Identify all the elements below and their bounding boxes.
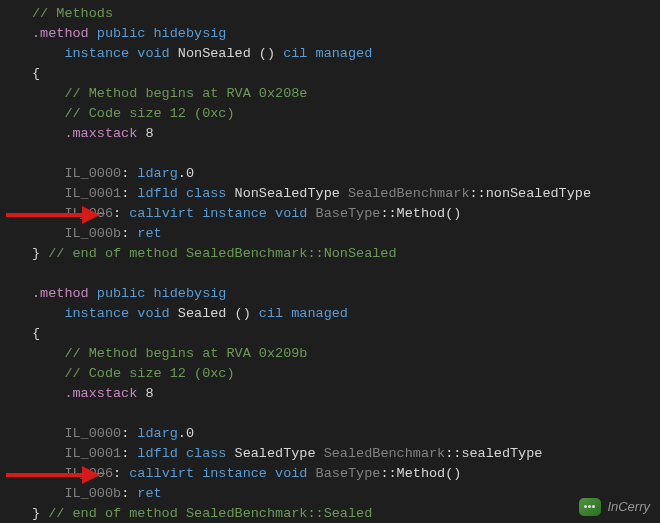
code-line: IL_006: callvirt instance void BaseType:…: [32, 204, 660, 224]
code-token: SealedType: [235, 446, 324, 461]
code-token: // Method begins at RVA 0x208e: [64, 86, 307, 101]
code-line: // Method begins at RVA 0x208e: [32, 84, 660, 104]
code-token: :: [121, 166, 137, 181]
code-token: [32, 226, 64, 241]
code-viewer: // Methods.method public hidebysig insta…: [0, 0, 660, 523]
code-token: :: [121, 486, 137, 501]
code-line: {: [32, 324, 660, 344]
code-token: 6: [105, 466, 113, 481]
code-token: ::Method(): [380, 466, 461, 481]
watermark: InCerry: [579, 497, 650, 517]
code-token: ldarg: [137, 166, 178, 181]
code-token: ret: [137, 486, 161, 501]
code-token: IL_0001: [64, 446, 121, 461]
code-token: ldarg: [137, 426, 178, 441]
code-token: [32, 306, 64, 321]
code-token: IL_0000: [64, 426, 121, 441]
code-line: } // end of method SealedBenchmark::Seal…: [32, 504, 660, 523]
code-token: .method: [32, 26, 97, 41]
code-token: :: [121, 186, 137, 201]
code-line: [32, 264, 660, 284]
code-token: [32, 486, 64, 501]
code-line: instance void Sealed () cil managed: [32, 304, 660, 324]
code-token: // Code size 12 (0xc): [64, 366, 234, 381]
code-line: // Code size 12 (0xc): [32, 104, 660, 124]
code-token: .method: [32, 286, 97, 301]
annotation-arrow: [6, 468, 100, 482]
annotation-arrow: [6, 208, 100, 222]
code-token: instance void: [64, 306, 177, 321]
code-line: IL_0001: ldfld class NonSealedType Seale…: [32, 184, 660, 204]
code-line: // Code size 12 (0xc): [32, 364, 660, 384]
code-line: IL_0001: ldfld class SealedType SealedBe…: [32, 444, 660, 464]
code-token: :: [121, 226, 137, 241]
code-token: public hidebysig: [97, 26, 227, 41]
code-line: // Method begins at RVA 0x209b: [32, 344, 660, 364]
code-token: [32, 426, 64, 441]
code-token: 6: [105, 206, 113, 221]
code-line: .method public hidebysig: [32, 24, 660, 44]
code-token: cil managed: [259, 306, 348, 321]
code-line: IL_006: callvirt instance void BaseType:…: [32, 464, 660, 484]
code-token: // Method begins at RVA 0x209b: [64, 346, 307, 361]
code-token: [32, 46, 64, 61]
code-token: {: [32, 66, 40, 81]
code-line: .method public hidebysig: [32, 284, 660, 304]
code-token: instance void: [64, 46, 177, 61]
code-token: .maxstack: [64, 386, 145, 401]
code-token: [32, 126, 64, 141]
code-token: ldfld class: [137, 446, 234, 461]
code-token: ::sealedType: [445, 446, 542, 461]
code-token: .0: [178, 426, 194, 441]
code-token: callvirt: [129, 206, 202, 221]
code-line: [32, 144, 660, 164]
code-token: ::Method(): [380, 206, 461, 221]
code-token: [32, 106, 64, 121]
watermark-text: InCerry: [607, 497, 650, 517]
code-token: cil managed: [283, 46, 372, 61]
code-line: {: [32, 64, 660, 84]
code-line: .maxstack 8: [32, 384, 660, 404]
code-line: .maxstack 8: [32, 124, 660, 144]
code-token: callvirt: [129, 466, 202, 481]
code-token: [32, 186, 64, 201]
code-token: IL_000b: [64, 486, 121, 501]
code-token: [32, 386, 64, 401]
code-token: }: [32, 506, 48, 521]
code-token: :: [113, 206, 129, 221]
code-token: instance void: [202, 466, 315, 481]
code-token: [32, 146, 40, 161]
code-line: instance void NonSealed () cil managed: [32, 44, 660, 64]
code-token: 8: [145, 126, 153, 141]
code-token: SealedBenchmark: [348, 186, 470, 201]
code-token: [32, 166, 64, 181]
code-line: IL_000b: ret: [32, 224, 660, 244]
code-token: .0: [178, 166, 194, 181]
code-line: [32, 404, 660, 424]
code-token: [32, 406, 40, 421]
code-line: } // end of method SealedBenchmark::NonS…: [32, 244, 660, 264]
code-token: NonSealed (): [178, 46, 283, 61]
code-token: [32, 266, 40, 281]
code-token: // Methods: [32, 6, 113, 21]
code-token: :: [113, 466, 129, 481]
code-token: IL_0001: [64, 186, 121, 201]
code-token: BaseType: [316, 466, 381, 481]
code-token: ::nonSealedType: [470, 186, 592, 201]
code-token: :: [121, 446, 137, 461]
code-token: [32, 446, 64, 461]
code-token: ldfld class: [137, 186, 234, 201]
code-token: [32, 86, 64, 101]
code-token: [32, 346, 64, 361]
code-token: // end of method SealedBenchmark::NonSea…: [48, 246, 396, 261]
code-token: IL_0000: [64, 166, 121, 181]
code-token: NonSealedType: [235, 186, 348, 201]
code-token: {: [32, 326, 40, 341]
code-token: .maxstack: [64, 126, 145, 141]
code-token: IL_000b: [64, 226, 121, 241]
code-token: BaseType: [316, 206, 381, 221]
code-line: // Methods: [32, 4, 660, 24]
code-token: 8: [145, 386, 153, 401]
code-token: SealedBenchmark: [324, 446, 446, 461]
wechat-icon: [579, 498, 601, 516]
